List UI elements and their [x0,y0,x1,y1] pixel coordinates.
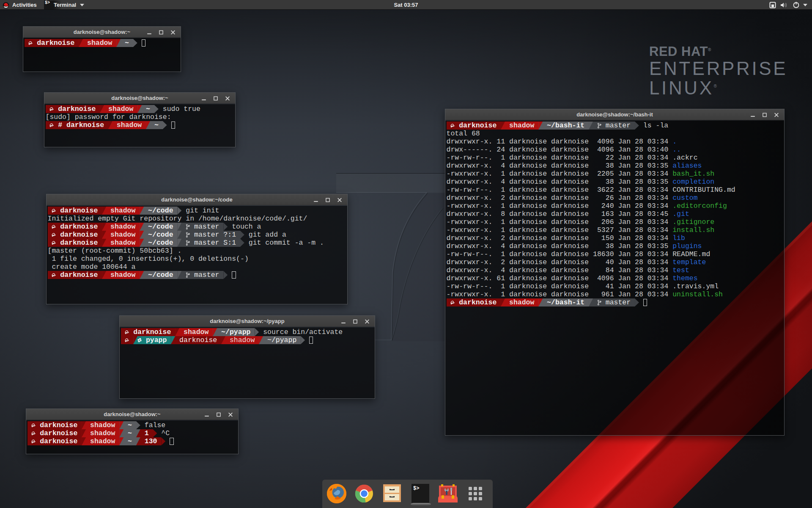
svg-text:$>: $> [413,486,419,491]
